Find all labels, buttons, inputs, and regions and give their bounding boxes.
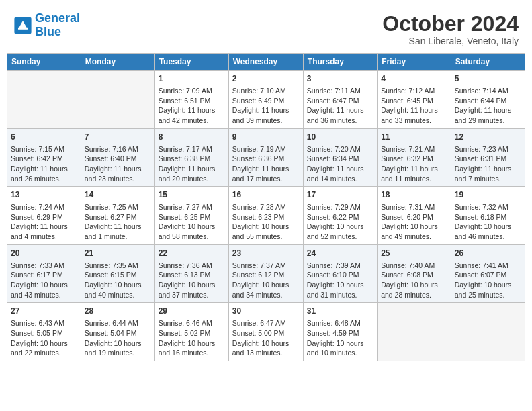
day-info: Sunrise: 7:17 AMSunset: 6:38 PMDaylight:… — [159, 144, 225, 184]
day-number: 25 — [381, 248, 447, 259]
day-number: 9 — [232, 132, 300, 143]
day-number: 3 — [307, 73, 373, 85]
header-tuesday: Tuesday — [154, 54, 228, 71]
day-number: 31 — [307, 306, 373, 317]
table-row: 13Sunrise: 7:24 AMSunset: 6:29 PMDayligh… — [7, 187, 81, 245]
day-number: 22 — [159, 248, 225, 259]
table-row: 16Sunrise: 7:28 AMSunset: 6:23 PMDayligh… — [228, 187, 303, 245]
table-row: 21Sunrise: 7:35 AMSunset: 6:15 PMDayligh… — [81, 244, 154, 303]
day-info: Sunrise: 7:14 AMSunset: 6:44 PMDaylight:… — [455, 86, 521, 126]
day-number: 30 — [232, 306, 300, 317]
day-info: Sunrise: 6:43 AMSunset: 5:05 PMDaylight:… — [11, 318, 77, 358]
day-number: 21 — [85, 248, 151, 259]
table-row: 27Sunrise: 6:43 AMSunset: 5:05 PMDayligh… — [7, 303, 81, 361]
table-row: 14Sunrise: 7:25 AMSunset: 6:27 PMDayligh… — [81, 187, 154, 245]
day-number: 19 — [455, 189, 521, 201]
header-monday: Monday — [81, 54, 154, 71]
table-row: 18Sunrise: 7:31 AMSunset: 6:20 PMDayligh… — [378, 187, 451, 245]
table-row: 15Sunrise: 7:27 AMSunset: 6:25 PMDayligh… — [154, 187, 228, 245]
calendar-week-row: 20Sunrise: 7:33 AMSunset: 6:17 PMDayligh… — [7, 244, 525, 303]
calendar-week-row: 27Sunrise: 6:43 AMSunset: 5:05 PMDayligh… — [7, 303, 525, 361]
day-number: 27 — [11, 306, 77, 317]
table-row: 7Sunrise: 7:16 AMSunset: 6:40 PMDaylight… — [81, 128, 154, 187]
day-info: Sunrise: 7:21 AMSunset: 6:32 PMDaylight:… — [381, 144, 447, 184]
calendar-week-row: 1Sunrise: 7:09 AMSunset: 6:51 PMDaylight… — [7, 71, 525, 129]
day-info: Sunrise: 7:20 AMSunset: 6:34 PMDaylight:… — [307, 144, 373, 184]
day-number: 6 — [11, 132, 77, 143]
calendar-week-row: 6Sunrise: 7:15 AMSunset: 6:42 PMDaylight… — [7, 128, 525, 187]
table-row: 22Sunrise: 7:36 AMSunset: 6:13 PMDayligh… — [154, 244, 228, 303]
day-number: 8 — [159, 132, 225, 143]
table-row — [451, 303, 525, 361]
title-section: October 2024 San Liberale, Veneto, Italy — [382, 12, 519, 46]
day-info: Sunrise: 7:32 AMSunset: 6:18 PMDaylight:… — [455, 202, 521, 242]
calendar-week-row: 13Sunrise: 7:24 AMSunset: 6:29 PMDayligh… — [7, 187, 525, 245]
table-row: 10Sunrise: 7:20 AMSunset: 6:34 PMDayligh… — [303, 128, 377, 187]
day-number: 20 — [11, 248, 77, 259]
day-number: 15 — [159, 189, 225, 201]
day-info: Sunrise: 7:31 AMSunset: 6:20 PMDaylight:… — [381, 202, 447, 242]
day-info: Sunrise: 7:12 AMSunset: 6:45 PMDaylight:… — [381, 86, 447, 126]
day-number: 1 — [159, 73, 225, 85]
day-number: 12 — [455, 132, 521, 143]
table-row: 30Sunrise: 6:47 AMSunset: 5:00 PMDayligh… — [228, 303, 303, 361]
day-number: 29 — [159, 306, 225, 317]
table-row: 23Sunrise: 7:37 AMSunset: 6:12 PMDayligh… — [228, 244, 303, 303]
day-info: Sunrise: 7:27 AMSunset: 6:25 PMDaylight:… — [159, 202, 225, 242]
header-friday: Friday — [378, 54, 451, 71]
day-info: Sunrise: 6:47 AMSunset: 5:00 PMDaylight:… — [232, 318, 300, 358]
location-subtitle: San Liberale, Veneto, Italy — [382, 36, 519, 46]
table-row: 31Sunrise: 6:48 AMSunset: 4:59 PMDayligh… — [303, 303, 377, 361]
calendar-table: Sunday Monday Tuesday Wednesday Thursday… — [7, 53, 525, 361]
table-row: 19Sunrise: 7:32 AMSunset: 6:18 PMDayligh… — [451, 187, 525, 245]
day-number: 26 — [455, 248, 521, 259]
table-row: 5Sunrise: 7:14 AMSunset: 6:44 PMDaylight… — [451, 71, 525, 129]
day-info: Sunrise: 7:36 AMSunset: 6:13 PMDaylight:… — [159, 261, 225, 300]
day-number: 14 — [85, 189, 151, 201]
day-info: Sunrise: 6:44 AMSunset: 5:04 PMDaylight:… — [85, 318, 151, 358]
calendar-header-row: Sunday Monday Tuesday Wednesday Thursday… — [7, 54, 525, 71]
day-info: Sunrise: 7:16 AMSunset: 6:40 PMDaylight:… — [85, 144, 151, 184]
day-number: 13 — [11, 189, 77, 201]
day-info: Sunrise: 7:24 AMSunset: 6:29 PMDaylight:… — [11, 202, 77, 242]
logo-icon — [13, 16, 32, 35]
table-row: 11Sunrise: 7:21 AMSunset: 6:32 PMDayligh… — [378, 128, 451, 187]
table-row — [7, 71, 81, 129]
day-number: 18 — [381, 189, 447, 201]
table-row: 3Sunrise: 7:11 AMSunset: 6:47 PMDaylight… — [303, 71, 377, 129]
day-number: 17 — [307, 189, 373, 201]
table-row: 6Sunrise: 7:15 AMSunset: 6:42 PMDaylight… — [7, 128, 81, 187]
logo: General Blue — [13, 12, 80, 39]
day-info: Sunrise: 6:46 AMSunset: 5:02 PMDaylight:… — [159, 318, 225, 358]
day-number: 10 — [307, 132, 373, 143]
day-info: Sunrise: 6:48 AMSunset: 4:59 PMDaylight:… — [307, 318, 373, 358]
header-sunday: Sunday — [7, 54, 81, 71]
table-row: 20Sunrise: 7:33 AMSunset: 6:17 PMDayligh… — [7, 244, 81, 303]
day-info: Sunrise: 7:25 AMSunset: 6:27 PMDaylight:… — [85, 202, 151, 242]
table-row: 8Sunrise: 7:17 AMSunset: 6:38 PMDaylight… — [154, 128, 228, 187]
table-row: 29Sunrise: 6:46 AMSunset: 5:02 PMDayligh… — [154, 303, 228, 361]
day-info: Sunrise: 7:39 AMSunset: 6:10 PMDaylight:… — [307, 261, 373, 300]
day-info: Sunrise: 7:37 AMSunset: 6:12 PMDaylight:… — [232, 261, 300, 300]
day-info: Sunrise: 7:40 AMSunset: 6:08 PMDaylight:… — [381, 261, 447, 300]
day-info: Sunrise: 7:33 AMSunset: 6:17 PMDaylight:… — [11, 261, 77, 300]
day-number: 7 — [85, 132, 151, 143]
logo-text: General Blue — [35, 12, 80, 39]
svg-rect-2 — [18, 28, 28, 30]
day-info: Sunrise: 7:41 AMSunset: 6:07 PMDaylight:… — [455, 261, 521, 300]
table-row: 12Sunrise: 7:23 AMSunset: 6:31 PMDayligh… — [451, 128, 525, 187]
table-row: 4Sunrise: 7:12 AMSunset: 6:45 PMDaylight… — [378, 71, 451, 129]
day-info: Sunrise: 7:10 AMSunset: 6:49 PMDaylight:… — [232, 86, 300, 126]
day-info: Sunrise: 7:15 AMSunset: 6:42 PMDaylight:… — [11, 144, 77, 184]
table-row: 26Sunrise: 7:41 AMSunset: 6:07 PMDayligh… — [451, 244, 525, 303]
table-row: 9Sunrise: 7:19 AMSunset: 6:36 PMDaylight… — [228, 128, 303, 187]
header-saturday: Saturday — [451, 54, 525, 71]
day-number: 23 — [232, 248, 300, 259]
header-thursday: Thursday — [303, 54, 377, 71]
day-info: Sunrise: 7:35 AMSunset: 6:15 PMDaylight:… — [85, 261, 151, 300]
day-number: 11 — [381, 132, 447, 143]
day-number: 5 — [455, 73, 521, 85]
day-number: 16 — [232, 189, 300, 201]
day-info: Sunrise: 7:09 AMSunset: 6:51 PMDaylight:… — [159, 86, 225, 126]
table-row: 17Sunrise: 7:29 AMSunset: 6:22 PMDayligh… — [303, 187, 377, 245]
